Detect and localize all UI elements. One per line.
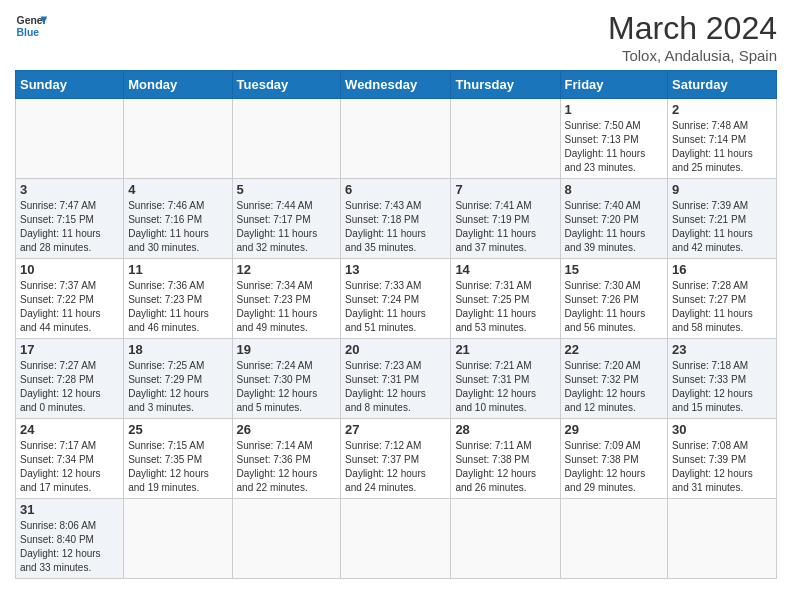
day-number: 15: [565, 262, 664, 277]
calendar-header-row: SundayMondayTuesdayWednesdayThursdayFrid…: [16, 71, 777, 99]
calendar-week-row: 3Sunrise: 7:47 AM Sunset: 7:15 PM Daylig…: [16, 179, 777, 259]
day-info: Sunrise: 7:40 AM Sunset: 7:20 PM Dayligh…: [565, 199, 664, 255]
day-info: Sunrise: 7:18 AM Sunset: 7:33 PM Dayligh…: [672, 359, 772, 415]
day-info: Sunrise: 7:50 AM Sunset: 7:13 PM Dayligh…: [565, 119, 664, 175]
calendar-day-cell: [451, 499, 560, 579]
calendar-day-cell: 19Sunrise: 7:24 AM Sunset: 7:30 PM Dayli…: [232, 339, 341, 419]
day-info: Sunrise: 7:37 AM Sunset: 7:22 PM Dayligh…: [20, 279, 119, 335]
day-of-week-header: Friday: [560, 71, 668, 99]
calendar-day-cell: 5Sunrise: 7:44 AM Sunset: 7:17 PM Daylig…: [232, 179, 341, 259]
day-of-week-header: Wednesday: [341, 71, 451, 99]
day-info: Sunrise: 7:12 AM Sunset: 7:37 PM Dayligh…: [345, 439, 446, 495]
day-info: Sunrise: 7:43 AM Sunset: 7:18 PM Dayligh…: [345, 199, 446, 255]
calendar-week-row: 10Sunrise: 7:37 AM Sunset: 7:22 PM Dayli…: [16, 259, 777, 339]
day-number: 1: [565, 102, 664, 117]
day-of-week-header: Monday: [124, 71, 232, 99]
calendar-day-cell: [232, 499, 341, 579]
calendar-day-cell: 10Sunrise: 7:37 AM Sunset: 7:22 PM Dayli…: [16, 259, 124, 339]
day-of-week-header: Sunday: [16, 71, 124, 99]
day-info: Sunrise: 7:46 AM Sunset: 7:16 PM Dayligh…: [128, 199, 227, 255]
calendar-day-cell: 4Sunrise: 7:46 AM Sunset: 7:16 PM Daylig…: [124, 179, 232, 259]
day-info: Sunrise: 7:09 AM Sunset: 7:38 PM Dayligh…: [565, 439, 664, 495]
day-number: 30: [672, 422, 772, 437]
day-info: Sunrise: 7:48 AM Sunset: 7:14 PM Dayligh…: [672, 119, 772, 175]
day-number: 23: [672, 342, 772, 357]
calendar-day-cell: 2Sunrise: 7:48 AM Sunset: 7:14 PM Daylig…: [668, 99, 777, 179]
day-of-week-header: Saturday: [668, 71, 777, 99]
day-info: Sunrise: 7:21 AM Sunset: 7:31 PM Dayligh…: [455, 359, 555, 415]
day-info: Sunrise: 7:17 AM Sunset: 7:34 PM Dayligh…: [20, 439, 119, 495]
calendar-day-cell: 9Sunrise: 7:39 AM Sunset: 7:21 PM Daylig…: [668, 179, 777, 259]
calendar-day-cell: 12Sunrise: 7:34 AM Sunset: 7:23 PM Dayli…: [232, 259, 341, 339]
day-number: 11: [128, 262, 227, 277]
calendar-day-cell: [560, 499, 668, 579]
calendar-week-row: 31Sunrise: 8:06 AM Sunset: 8:40 PM Dayli…: [16, 499, 777, 579]
calendar-day-cell: [451, 99, 560, 179]
day-number: 25: [128, 422, 227, 437]
day-number: 18: [128, 342, 227, 357]
page: General Blue March 2024 Tolox, Andalusia…: [0, 0, 792, 594]
calendar-day-cell: 7Sunrise: 7:41 AM Sunset: 7:19 PM Daylig…: [451, 179, 560, 259]
header: General Blue March 2024 Tolox, Andalusia…: [15, 10, 777, 64]
day-number: 26: [237, 422, 337, 437]
calendar-day-cell: [16, 99, 124, 179]
day-info: Sunrise: 7:27 AM Sunset: 7:28 PM Dayligh…: [20, 359, 119, 415]
calendar-day-cell: [341, 99, 451, 179]
day-info: Sunrise: 7:41 AM Sunset: 7:19 PM Dayligh…: [455, 199, 555, 255]
calendar-day-cell: 15Sunrise: 7:30 AM Sunset: 7:26 PM Dayli…: [560, 259, 668, 339]
day-number: 7: [455, 182, 555, 197]
day-number: 21: [455, 342, 555, 357]
calendar-day-cell: 6Sunrise: 7:43 AM Sunset: 7:18 PM Daylig…: [341, 179, 451, 259]
day-info: Sunrise: 7:30 AM Sunset: 7:26 PM Dayligh…: [565, 279, 664, 335]
calendar-day-cell: 18Sunrise: 7:25 AM Sunset: 7:29 PM Dayli…: [124, 339, 232, 419]
calendar-week-row: 24Sunrise: 7:17 AM Sunset: 7:34 PM Dayli…: [16, 419, 777, 499]
day-number: 13: [345, 262, 446, 277]
day-info: Sunrise: 7:23 AM Sunset: 7:31 PM Dayligh…: [345, 359, 446, 415]
svg-text:Blue: Blue: [17, 27, 40, 38]
day-info: Sunrise: 7:39 AM Sunset: 7:21 PM Dayligh…: [672, 199, 772, 255]
title-block: March 2024 Tolox, Andalusia, Spain: [608, 10, 777, 64]
day-info: Sunrise: 7:14 AM Sunset: 7:36 PM Dayligh…: [237, 439, 337, 495]
day-number: 28: [455, 422, 555, 437]
day-number: 22: [565, 342, 664, 357]
day-info: Sunrise: 7:24 AM Sunset: 7:30 PM Dayligh…: [237, 359, 337, 415]
day-info: Sunrise: 7:33 AM Sunset: 7:24 PM Dayligh…: [345, 279, 446, 335]
day-info: Sunrise: 8:06 AM Sunset: 8:40 PM Dayligh…: [20, 519, 119, 575]
calendar-day-cell: [124, 499, 232, 579]
day-number: 14: [455, 262, 555, 277]
day-number: 9: [672, 182, 772, 197]
calendar-day-cell: 29Sunrise: 7:09 AM Sunset: 7:38 PM Dayli…: [560, 419, 668, 499]
day-number: 4: [128, 182, 227, 197]
calendar-day-cell: 1Sunrise: 7:50 AM Sunset: 7:13 PM Daylig…: [560, 99, 668, 179]
calendar-day-cell: 14Sunrise: 7:31 AM Sunset: 7:25 PM Dayli…: [451, 259, 560, 339]
day-info: Sunrise: 7:28 AM Sunset: 7:27 PM Dayligh…: [672, 279, 772, 335]
day-number: 19: [237, 342, 337, 357]
day-number: 16: [672, 262, 772, 277]
day-number: 12: [237, 262, 337, 277]
day-info: Sunrise: 7:15 AM Sunset: 7:35 PM Dayligh…: [128, 439, 227, 495]
day-info: Sunrise: 7:08 AM Sunset: 7:39 PM Dayligh…: [672, 439, 772, 495]
logo-icon: General Blue: [15, 10, 47, 42]
day-number: 17: [20, 342, 119, 357]
day-info: Sunrise: 7:31 AM Sunset: 7:25 PM Dayligh…: [455, 279, 555, 335]
day-of-week-header: Tuesday: [232, 71, 341, 99]
calendar-day-cell: 31Sunrise: 8:06 AM Sunset: 8:40 PM Dayli…: [16, 499, 124, 579]
calendar-day-cell: 23Sunrise: 7:18 AM Sunset: 7:33 PM Dayli…: [668, 339, 777, 419]
day-number: 2: [672, 102, 772, 117]
calendar-day-cell: 27Sunrise: 7:12 AM Sunset: 7:37 PM Dayli…: [341, 419, 451, 499]
calendar-day-cell: 20Sunrise: 7:23 AM Sunset: 7:31 PM Dayli…: [341, 339, 451, 419]
calendar-day-cell: 22Sunrise: 7:20 AM Sunset: 7:32 PM Dayli…: [560, 339, 668, 419]
day-of-week-header: Thursday: [451, 71, 560, 99]
calendar-day-cell: 30Sunrise: 7:08 AM Sunset: 7:39 PM Dayli…: [668, 419, 777, 499]
calendar-day-cell: 13Sunrise: 7:33 AM Sunset: 7:24 PM Dayli…: [341, 259, 451, 339]
month-year-title: March 2024: [608, 10, 777, 47]
calendar-week-row: 1Sunrise: 7:50 AM Sunset: 7:13 PM Daylig…: [16, 99, 777, 179]
day-info: Sunrise: 7:25 AM Sunset: 7:29 PM Dayligh…: [128, 359, 227, 415]
day-number: 5: [237, 182, 337, 197]
day-number: 8: [565, 182, 664, 197]
calendar-table: SundayMondayTuesdayWednesdayThursdayFrid…: [15, 70, 777, 579]
day-number: 6: [345, 182, 446, 197]
calendar-week-row: 17Sunrise: 7:27 AM Sunset: 7:28 PM Dayli…: [16, 339, 777, 419]
calendar-day-cell: 28Sunrise: 7:11 AM Sunset: 7:38 PM Dayli…: [451, 419, 560, 499]
calendar-day-cell: [341, 499, 451, 579]
